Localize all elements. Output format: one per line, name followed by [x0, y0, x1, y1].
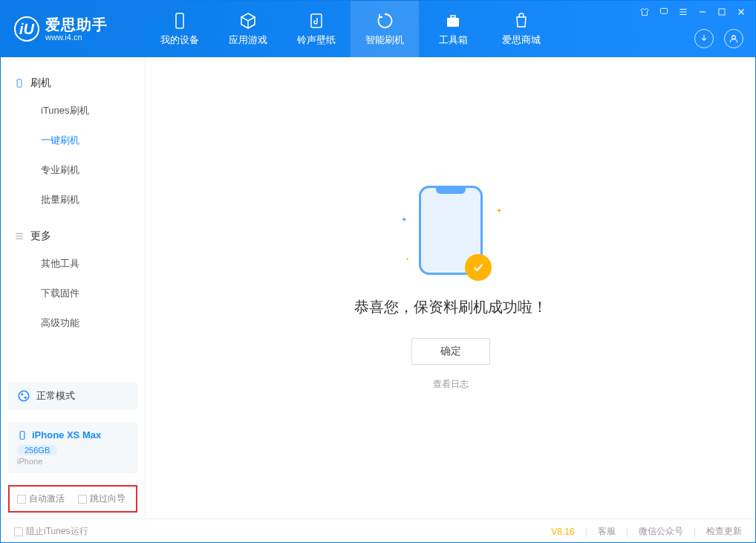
sparkle-icon: ✦	[401, 215, 407, 224]
svg-point-10	[25, 397, 27, 399]
app-subtitle: www.i4.cn	[45, 33, 108, 42]
close-button[interactable]	[736, 7, 746, 17]
svg-rect-5	[719, 9, 725, 15]
sidebar-item-batch-flash[interactable]: 批量刷机	[1, 185, 145, 215]
separator: |	[694, 527, 696, 537]
tab-smart-flash[interactable]: 智能刷机	[351, 1, 419, 57]
svg-rect-7	[17, 79, 22, 88]
music-note-icon	[307, 12, 325, 30]
sparkle-icon: ✦	[496, 207, 502, 215]
menu-icon[interactable]	[678, 7, 688, 17]
device-name: iPhone XS Max	[32, 429, 101, 440]
success-message: 恭喜您，保资料刷机成功啦！	[354, 297, 547, 317]
shopping-bag-icon	[512, 12, 530, 30]
check-badge-icon	[465, 254, 492, 281]
svg-rect-11	[20, 431, 25, 439]
user-button[interactable]	[724, 29, 743, 48]
tab-label: 爱思商城	[502, 33, 541, 47]
device-mode-box[interactable]: 正常模式	[8, 382, 137, 410]
sidebar: 刷机 iTunes刷机 一键刷机 专业刷机 批量刷机 更多 其他工具 下载固件 …	[1, 57, 146, 518]
checkbox-icon	[78, 495, 87, 504]
device-info-box[interactable]: iPhone XS Max 256GB iPhone	[8, 422, 137, 473]
svg-rect-1	[311, 14, 322, 27]
phone-icon	[14, 78, 25, 88]
sidebar-item-other-tools[interactable]: 其他工具	[1, 249, 145, 279]
phone-icon	[171, 12, 189, 30]
toolbox-icon	[444, 12, 462, 30]
mode-label: 正常模式	[36, 389, 75, 403]
separator: |	[626, 527, 628, 537]
success-illustration: ✦ ✦ ✦	[419, 186, 483, 275]
app-title: 爱思助手	[45, 16, 108, 33]
footer-link-wechat[interactable]: 微信公众号	[639, 525, 683, 538]
checkbox-icon	[14, 527, 23, 536]
svg-rect-3	[451, 16, 455, 18]
checkbox-label: 阻止iTunes运行	[26, 525, 88, 538]
tab-my-device[interactable]: 我的设备	[146, 1, 214, 57]
logo-text: 爱思助手 www.i4.cn	[45, 16, 108, 42]
svg-point-9	[21, 393, 23, 395]
sparkle-icon: ✦	[405, 256, 409, 261]
device-storage-badge: 256GB	[17, 445, 57, 455]
main-tabs: 我的设备 应用游戏 铃声壁纸 智能刷机 工具箱 爱思商城	[146, 1, 555, 57]
list-icon	[14, 231, 25, 241]
section-title: 更多	[30, 230, 51, 243]
app-header: iU 爱思助手 www.i4.cn 我的设备 应用游戏 铃声壁纸 智能刷机 工具…	[1, 1, 755, 57]
tab-toolbox[interactable]: 工具箱	[419, 1, 487, 57]
tab-label: 我的设备	[160, 33, 199, 47]
version-label: V8.16	[551, 527, 574, 537]
refresh-shield-icon	[376, 12, 394, 30]
checkbox-label: 自动激活	[29, 492, 65, 505]
device-type: iPhone	[17, 457, 128, 466]
checkbox-block-itunes[interactable]: 阻止iTunes运行	[14, 525, 88, 538]
checkbox-label: 跳过向导	[90, 492, 126, 505]
svg-point-8	[19, 391, 29, 401]
main-content: ✦ ✦ ✦ 恭喜您，保资料刷机成功啦！ 确定 查看日志	[146, 57, 755, 518]
mode-icon	[17, 389, 30, 403]
svg-rect-2	[447, 18, 459, 27]
body-area: 刷机 iTunes刷机 一键刷机 专业刷机 批量刷机 更多 其他工具 下载固件 …	[1, 57, 755, 518]
sidebar-section-flash: 刷机	[1, 71, 145, 96]
maximize-button[interactable]	[717, 7, 727, 17]
footer-link-support[interactable]: 客服	[598, 525, 616, 538]
checkbox-skip-guide[interactable]: 跳过向导	[78, 492, 126, 505]
section-title: 刷机	[30, 77, 51, 90]
tshirt-icon[interactable]	[639, 7, 650, 17]
sidebar-item-advanced[interactable]: 高级功能	[1, 308, 145, 338]
svg-point-6	[732, 36, 736, 39]
tab-label: 应用游戏	[229, 33, 267, 47]
phone-icon	[17, 430, 27, 440]
cube-icon	[239, 12, 257, 30]
tab-label: 铃声壁纸	[297, 33, 336, 47]
minimize-button[interactable]	[697, 7, 708, 17]
logo-area: iU 爱思助手 www.i4.cn	[1, 16, 146, 42]
svg-rect-4	[660, 8, 667, 13]
separator: |	[585, 527, 587, 537]
window-controls	[639, 7, 746, 17]
tab-label: 工具箱	[439, 33, 468, 47]
highlighted-checkbox-row: 自动激活 跳过向导	[8, 485, 137, 513]
sidebar-item-itunes-flash[interactable]: iTunes刷机	[1, 96, 145, 126]
sidebar-item-oneclick-flash[interactable]: 一键刷机	[1, 126, 145, 155]
footer-right: V8.16 | 客服 | 微信公众号 | 检查更新	[551, 525, 742, 538]
download-button[interactable]	[694, 29, 714, 48]
tab-ringtone-wallpaper[interactable]: 铃声壁纸	[282, 1, 351, 57]
sidebar-item-pro-flash[interactable]: 专业刷机	[1, 155, 145, 185]
footer: 阻止iTunes运行 V8.16 | 客服 | 微信公众号 | 检查更新	[1, 518, 755, 543]
tab-store[interactable]: 爱思商城	[487, 1, 555, 57]
ok-button[interactable]: 确定	[411, 338, 490, 365]
tab-apps-games[interactable]: 应用游戏	[214, 1, 282, 57]
checkbox-icon	[17, 495, 26, 504]
checkbox-auto-activate[interactable]: 自动激活	[17, 492, 65, 505]
logo-icon: iU	[14, 16, 39, 42]
sidebar-section-more: 更多	[1, 224, 145, 249]
feedback-icon[interactable]	[659, 7, 669, 17]
footer-link-update[interactable]: 检查更新	[706, 525, 742, 538]
footer-left: 阻止iTunes运行	[14, 525, 88, 538]
header-actions	[694, 29, 743, 48]
tab-label: 智能刷机	[365, 33, 404, 47]
view-log-link[interactable]: 查看日志	[433, 378, 469, 391]
svg-rect-0	[176, 13, 183, 28]
sidebar-item-download-firmware[interactable]: 下载固件	[1, 279, 145, 308]
device-name-row: iPhone XS Max	[17, 429, 128, 440]
